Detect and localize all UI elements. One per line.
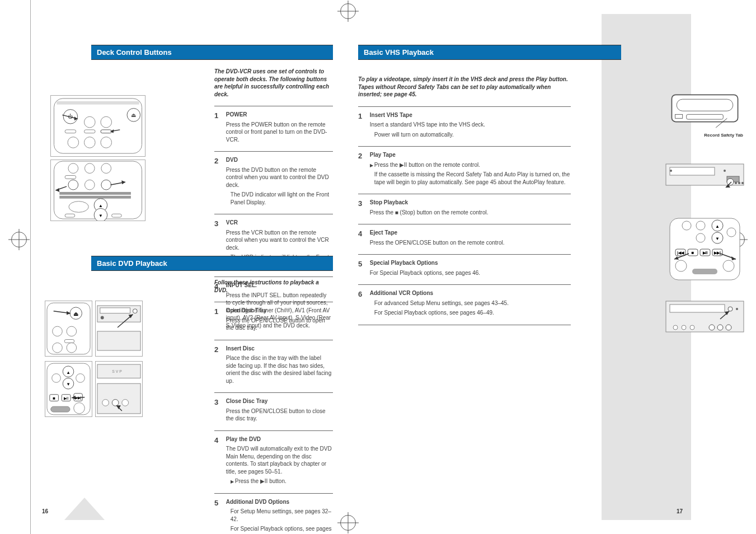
svg-point-93 xyxy=(738,182,740,184)
svg-rect-50 xyxy=(100,308,130,313)
svg-rect-34 xyxy=(112,214,122,217)
svg-rect-1 xyxy=(57,101,139,105)
svg-rect-9 xyxy=(84,130,95,133)
registration-top xyxy=(340,3,356,19)
svg-point-92 xyxy=(735,182,737,184)
svg-point-127 xyxy=(673,325,678,330)
vhs-deck-illustration-2 xyxy=(664,297,745,347)
svg-point-7 xyxy=(101,116,112,128)
vhs-step-3: 3 Stop PlaybackPress the ■ (Stop) button… xyxy=(358,194,571,224)
dvd-remote-4-6: ▲ ▼ ■ ▶II ▶▶| xyxy=(45,361,92,417)
svg-rect-84 xyxy=(675,114,683,118)
vhs-remote-illustration: ▲ ▼ |◀◀ ■ ▶II ▶▶| xyxy=(664,216,745,283)
svg-point-46 xyxy=(67,343,77,353)
page-number-17: 17 xyxy=(677,508,683,514)
dvd-deck-1-3 xyxy=(95,301,143,357)
svg-point-19 xyxy=(68,163,78,174)
svg-rect-26 xyxy=(59,192,131,195)
svg-point-94 xyxy=(741,182,744,184)
svg-point-104 xyxy=(696,233,705,242)
svg-point-51 xyxy=(133,309,137,313)
svg-rect-44 xyxy=(64,340,74,343)
svg-point-21 xyxy=(101,163,111,174)
svg-text:▶II: ▶II xyxy=(64,396,69,400)
step-1: 1 POWERPress the POWER button on the rem… xyxy=(214,106,333,151)
vhs-step-4: 4 Eject TapePress the OPEN/CLOSE button … xyxy=(358,224,571,254)
registration-left xyxy=(11,232,27,247)
svg-rect-8 xyxy=(65,130,76,133)
svg-rect-0 xyxy=(54,99,142,153)
svg-point-11 xyxy=(68,137,79,148)
svg-rect-83 xyxy=(687,114,724,119)
vhs-cassette-illustration: Record Safety Tab xyxy=(664,92,745,143)
svg-rect-87 xyxy=(670,167,715,175)
svg-point-62 xyxy=(76,374,85,383)
svg-point-88 xyxy=(670,170,672,172)
svg-text:▼: ▼ xyxy=(98,213,103,218)
dvd-step-3: 3 Close Disc TrayPress the OPEN/CLOSE bu… xyxy=(214,392,333,430)
svg-point-43 xyxy=(67,326,77,336)
svg-point-91 xyxy=(727,179,734,185)
svg-rect-122 xyxy=(670,305,725,312)
svg-point-45 xyxy=(53,343,63,353)
vhs-step-5: 5 Special Playback OptionsFor Special Pl… xyxy=(358,254,571,284)
svg-point-13 xyxy=(101,137,112,148)
svg-point-28 xyxy=(69,202,88,213)
svg-point-61 xyxy=(52,374,61,383)
svg-text:■: ■ xyxy=(692,250,694,255)
dvd-step-2: 2 Insert DiscPlace the disc in the tray … xyxy=(214,340,333,393)
record-safety-tab-label: Record Safety Tab xyxy=(664,133,745,138)
remote-illustration-bottom: ▲ ▼ xyxy=(50,160,145,221)
header-dvd-playback: Basic DVD Playback xyxy=(91,256,333,271)
svg-point-123 xyxy=(728,307,732,311)
dvd-intro: Follow these instructions to playback a … xyxy=(214,279,333,294)
svg-point-24 xyxy=(84,180,95,190)
svg-point-78 xyxy=(122,400,129,406)
svg-point-6 xyxy=(84,116,95,128)
svg-rect-116 xyxy=(692,269,717,274)
svg-text:S V P: S V P xyxy=(112,369,122,373)
page-17: Basic VHS Playback To play a videotape, … xyxy=(358,14,660,520)
svg-point-23 xyxy=(68,180,78,190)
svg-point-132 xyxy=(726,325,731,330)
svg-text:|◀◀: |◀◀ xyxy=(677,251,684,255)
svg-text:▶II: ▶II xyxy=(702,251,708,255)
dvd-step-5: 5 Additional DVD Options For Setup Menu … xyxy=(214,493,333,534)
vhs-intro: To play a videotape, simply insert it in… xyxy=(358,76,571,99)
svg-text:■: ■ xyxy=(53,396,55,401)
svg-point-77 xyxy=(112,400,119,406)
corner-triangle-left xyxy=(64,498,105,520)
svg-rect-75 xyxy=(97,383,140,414)
svg-point-52 xyxy=(101,316,104,320)
dvd-step-1: 1 Open Disc TrayPress the OPEN/CLOSE but… xyxy=(214,302,333,340)
step-2: 2 DVDPress the DVD button on the remote … xyxy=(214,151,333,214)
svg-point-99 xyxy=(696,221,705,230)
svg-text:▶▶|: ▶▶| xyxy=(713,251,721,255)
svg-rect-55 xyxy=(97,331,140,350)
svg-point-129 xyxy=(690,325,694,330)
svg-text:▼: ▼ xyxy=(66,382,71,387)
vhs-step-6: 6 Additional VCR Options For advanced Se… xyxy=(358,284,571,325)
svg-point-105 xyxy=(727,228,736,237)
svg-point-130 xyxy=(709,325,715,330)
deck-intro: The DVD-VCR uses one set of controls to … xyxy=(214,68,333,98)
page-16: Deck Control Buttons The DVD-VCR uses on… xyxy=(31,14,333,520)
registration-bottom xyxy=(340,515,356,531)
svg-point-114 xyxy=(675,260,687,271)
vhs-deck-illustration-1 xyxy=(664,160,745,204)
svg-text:▲: ▲ xyxy=(715,224,720,229)
svg-point-128 xyxy=(682,325,686,330)
vhs-step-1: 1 Insert VHS TapeInsert a standard VHS t… xyxy=(358,106,571,147)
header-vhs-playback: Basic VHS Playback xyxy=(358,45,621,60)
svg-rect-27 xyxy=(59,196,131,199)
dvd-remote-1-3: ⏏ xyxy=(45,301,92,357)
svg-point-76 xyxy=(102,400,109,406)
dvd-deck-4-6: S V P xyxy=(95,361,143,417)
vhs-step-2: 2 Play TapePress the ▶II button on the r… xyxy=(358,146,571,194)
svg-point-12 xyxy=(84,137,95,148)
svg-text:▲: ▲ xyxy=(98,203,103,208)
svg-text:⏏: ⏏ xyxy=(73,311,78,317)
svg-point-69 xyxy=(74,402,85,414)
svg-rect-82 xyxy=(677,99,733,111)
remote-illustration-top: ⏻ ⏏ xyxy=(50,95,145,157)
